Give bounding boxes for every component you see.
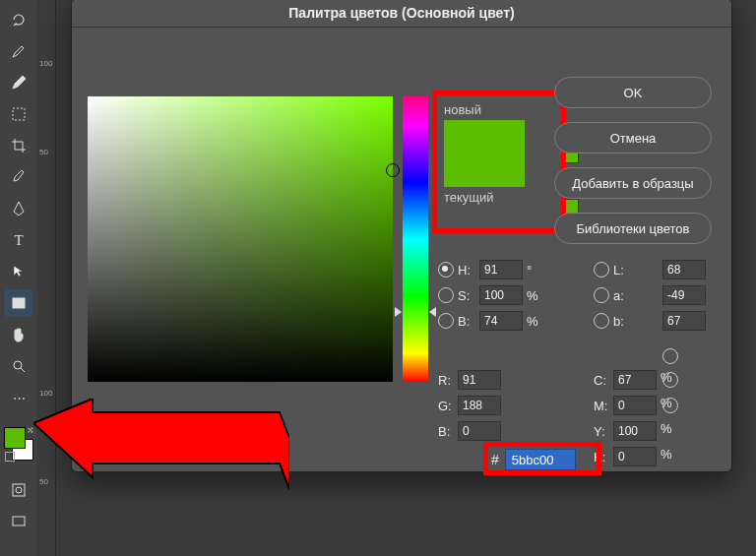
marquee-tool[interactable]: [5, 100, 32, 128]
color-libraries-button[interactable]: Библиотеки цветов: [554, 213, 712, 244]
label-r: R:: [438, 373, 458, 388]
pencil-tool[interactable]: [5, 69, 32, 96]
input-bh[interactable]: [479, 311, 523, 331]
pen-tool[interactable]: [5, 195, 32, 222]
unit-bh: %: [527, 314, 548, 329]
input-k[interactable]: [613, 447, 657, 466]
label-k: K:: [594, 450, 613, 464]
web-only-label: Только Web-цвета: [111, 412, 220, 427]
input-a[interactable]: [662, 285, 706, 305]
hex-input[interactable]: [505, 449, 576, 470]
tools-palette: T ⋯ ⤭: [0, 0, 37, 556]
saturation-brightness-field[interactable]: [88, 96, 393, 382]
dialog-title: Палитра цветов (Основной цвет): [72, 0, 731, 28]
label-y: Y:: [594, 424, 613, 439]
radio-l[interactable]: [594, 262, 609, 278]
vertical-ruler: 100 50 100 50: [37, 0, 56, 556]
default-colors-icon[interactable]: [5, 452, 15, 462]
color-picker-dialog: Палитра цветов (Основной цвет) новый тек…: [71, 0, 732, 472]
fg-bg-swatches[interactable]: ⤭: [4, 427, 33, 461]
svg-rect-5: [13, 517, 25, 525]
cancel-button[interactable]: Отмена: [554, 122, 712, 154]
radio-g[interactable]: [662, 372, 678, 388]
hue-slider[interactable]: [403, 96, 428, 382]
preview-new-label: новый: [444, 102, 550, 117]
radio-r[interactable]: [662, 348, 678, 364]
color-values-grid: H: ° L: S: % a: B: % b:: [438, 260, 684, 466]
quickmask-tool[interactable]: [5, 476, 32, 504]
color-preview: новый текущий: [438, 99, 556, 225]
label-s: S:: [458, 288, 479, 303]
unit-s: %: [527, 288, 548, 303]
hex-label: #: [491, 452, 499, 467]
label-m: M:: [594, 399, 613, 413]
label-b: b:: [613, 314, 662, 329]
label-bh: B:: [458, 314, 479, 329]
more-tools[interactable]: ⋯: [5, 384, 32, 411]
ruler-tick: 50: [39, 477, 48, 486]
svg-rect-3: [13, 484, 25, 496]
preview-current-label: текущий: [444, 190, 550, 205]
radio-bl[interactable]: [662, 398, 678, 413]
svg-rect-0: [13, 108, 25, 120]
label-h: H:: [458, 263, 479, 278]
radio-h[interactable]: [438, 262, 454, 278]
input-r[interactable]: [458, 370, 501, 390]
label-c: C:: [594, 373, 613, 388]
ok-button[interactable]: OK: [554, 77, 712, 108]
zoom-tool[interactable]: [5, 352, 32, 380]
hand-tool[interactable]: [5, 321, 32, 348]
input-g[interactable]: [458, 396, 501, 415]
input-y[interactable]: [613, 421, 657, 441]
unit-h: °: [527, 263, 548, 278]
svg-point-4: [16, 487, 22, 493]
web-only-row[interactable]: Только Web-цвета: [88, 411, 220, 427]
input-s[interactable]: [479, 285, 523, 305]
path-select-tool[interactable]: [5, 258, 32, 285]
screenmode-tool[interactable]: [5, 508, 32, 535]
svg-rect-1: [13, 298, 25, 308]
radio-a[interactable]: [594, 287, 609, 303]
input-b[interactable]: [662, 311, 706, 331]
type-tool[interactable]: T: [5, 226, 32, 254]
add-to-swatches-button[interactable]: Добавить в образцы: [554, 167, 712, 199]
crop-tool[interactable]: [5, 132, 32, 159]
swap-colors-icon[interactable]: ⤭: [27, 425, 34, 435]
input-c[interactable]: [613, 370, 657, 390]
label-bl: B:: [438, 424, 458, 439]
svg-point-2: [14, 361, 22, 369]
radio-bh[interactable]: [438, 313, 454, 329]
radio-s[interactable]: [438, 287, 454, 303]
ruler-tick: 50: [39, 148, 48, 156]
hex-row: #: [491, 449, 576, 470]
brush-tool[interactable]: [5, 37, 32, 65]
radio-b[interactable]: [594, 313, 609, 329]
foreground-color-swatch[interactable]: [4, 427, 26, 449]
shape-tool[interactable]: [5, 289, 32, 317]
lasso-tool[interactable]: [5, 6, 32, 33]
ruler-tick: 100: [39, 389, 52, 398]
label-a: a:: [613, 288, 662, 303]
web-only-checkbox[interactable]: [88, 411, 103, 427]
preview-new-swatch: [444, 120, 525, 187]
input-m[interactable]: [613, 396, 657, 415]
input-h[interactable]: [479, 260, 523, 279]
label-l: L:: [613, 263, 662, 278]
ruler-tick: 100: [39, 59, 52, 68]
input-l[interactable]: [662, 260, 706, 279]
eyedropper-tool[interactable]: [5, 163, 32, 191]
sb-marker: [386, 163, 400, 177]
label-g: G:: [438, 399, 458, 413]
input-bl[interactable]: [458, 421, 501, 441]
